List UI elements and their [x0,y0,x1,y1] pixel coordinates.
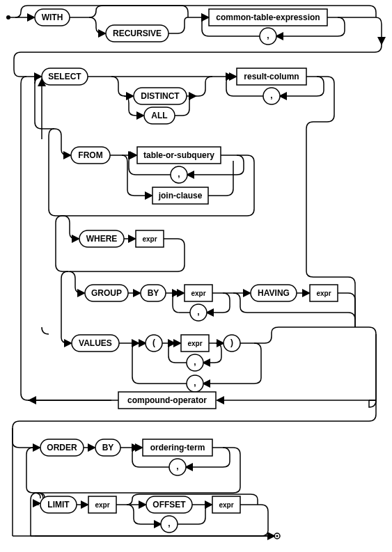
kw-offset: OFFSET [152,500,186,510]
kw-order: ORDER [47,443,77,452]
kw-where: WHERE [86,234,118,244]
nt-expr-having: expr [316,290,331,297]
nt-table-or-subquery: table-or-subquery [143,150,214,160]
kw-all: ALL [151,111,167,120]
punct-comma-vtuple: , [194,378,196,388]
nt-expr-offset: expr [219,501,233,509]
nt-compound-operator: compound-operator [127,395,207,405]
nt-expr-group: expr [191,290,205,297]
kw-select: SELECT [48,72,81,81]
punct-comma-order: , [176,462,178,471]
nt-join-clause: join-clause [158,191,203,200]
kw-values: VALUES [79,338,112,348]
kw-group: GROUP [91,288,122,298]
nt-expr-where: expr [142,235,157,243]
nt-expr-limit: expr [95,501,109,509]
svg-point-0 [6,15,10,19]
punct-comma-cte: , [267,31,269,40]
nt-expr-values: expr [187,340,202,347]
nt-cte: common-table-expression [216,13,320,22]
kw-recursive: RECURSIVE [113,29,162,38]
punct-comma-group: , [197,307,199,317]
kw-limit: LIMIT [47,500,70,510]
punct-comma-vexpr: , [194,357,196,367]
punct-rparen: ) [230,338,233,347]
nt-result-column: result-column [244,72,299,81]
punct-comma-rc: , [270,90,272,100]
svg-point-39 [276,535,279,537]
punct-comma-tos: , [178,169,180,179]
kw-by-order: BY [102,443,114,452]
kw-with: WITH [42,13,63,22]
punct-comma-limit: , [168,519,170,528]
punct-lparen: ( [152,338,155,347]
kw-having: HAVING [258,288,290,298]
kw-from: FROM [78,150,102,160]
syntax-diagram: WITH RECURSIVE common-table-expression ,… [0,0,392,552]
nt-ordering-term: ordering-term [150,443,205,452]
kw-by-group: BY [148,288,159,298]
kw-distinct: DISTINCT [141,91,180,101]
